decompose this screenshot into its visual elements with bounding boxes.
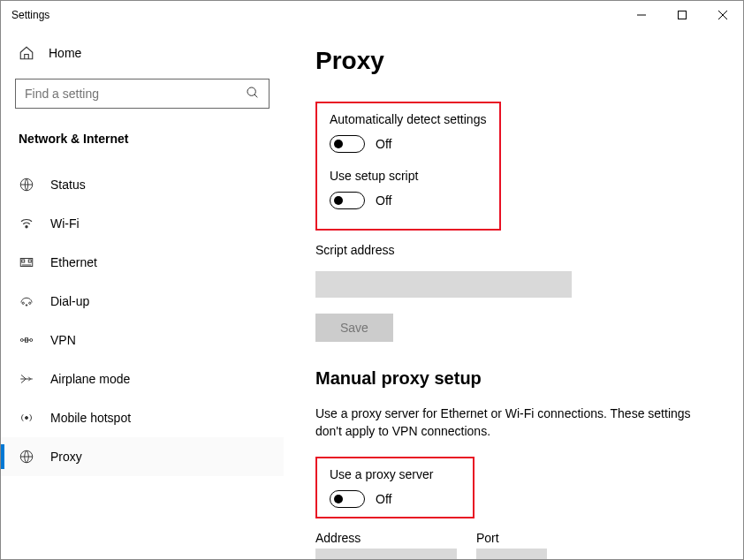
- status-icon: [19, 177, 34, 193]
- script-address-label: Script address: [315, 243, 718, 257]
- home-link[interactable]: Home: [1, 36, 284, 70]
- svg-rect-10: [28, 260, 31, 262]
- script-address-block: Script address: [315, 243, 718, 298]
- port-label: Port: [476, 531, 547, 545]
- manual-description: Use a proxy server for Ethernet or Wi-Fi…: [315, 405, 695, 441]
- svg-point-4: [247, 87, 255, 95]
- svg-point-7: [26, 226, 27, 228]
- proxy-icon: [19, 449, 34, 465]
- svg-rect-9: [22, 260, 25, 262]
- titlebar: Settings: [1, 1, 743, 29]
- page-title: Proxy: [315, 47, 718, 75]
- svg-point-13: [29, 302, 31, 304]
- svg-point-12: [22, 302, 24, 304]
- use-proxy-toggle[interactable]: [330, 490, 365, 508]
- maximize-icon: [678, 11, 687, 19]
- script-address-input[interactable]: [315, 271, 572, 298]
- body: Home Network & Internet Status: [1, 29, 743, 559]
- search-input[interactable]: [25, 87, 219, 101]
- sidebar-item-airplane[interactable]: Airplane mode: [1, 359, 284, 398]
- sidebar-item-label: Mobile hotspot: [50, 411, 131, 425]
- address-input[interactable]: [315, 549, 457, 559]
- auto-detect-label: Automatically detect settings: [330, 112, 487, 126]
- use-proxy-state: Off: [376, 492, 391, 506]
- save-button[interactable]: Save: [315, 314, 393, 342]
- home-icon: [19, 45, 34, 61]
- svg-point-14: [26, 305, 27, 306]
- sidebar-item-label: Proxy: [50, 450, 82, 464]
- search-box[interactable]: [15, 79, 270, 109]
- sidebar-item-wifi[interactable]: Wi-Fi: [1, 204, 284, 243]
- sidebar-item-proxy[interactable]: Proxy: [1, 437, 284, 476]
- manual-heading: Manual proxy setup: [315, 368, 718, 389]
- dialup-icon: [19, 293, 34, 309]
- sidebar-item-label: Dial-up: [50, 294, 89, 308]
- airplane-icon: [19, 371, 34, 387]
- sidebar-item-vpn[interactable]: VPN: [1, 321, 284, 359]
- svg-point-15: [20, 339, 23, 342]
- sidebar-item-ethernet[interactable]: Ethernet: [1, 243, 284, 282]
- sidebar-item-dialup[interactable]: Dial-up: [1, 282, 284, 321]
- auto-proxy-highlight: Automatically detect settings Off Use se…: [315, 102, 501, 231]
- settings-window: Settings Home: [0, 0, 744, 560]
- address-label: Address: [315, 531, 457, 545]
- content-area: Proxy Automatically detect settings Off …: [284, 29, 743, 559]
- minimize-button[interactable]: [621, 1, 662, 29]
- sidebar-item-label: Airplane mode: [50, 372, 130, 386]
- sidebar-item-status[interactable]: Status: [1, 165, 284, 204]
- sidebar-item-label: Wi-Fi: [50, 216, 80, 231]
- port-input[interactable]: [476, 549, 547, 559]
- home-label: Home: [49, 46, 81, 60]
- use-script-label: Use setup script: [330, 169, 487, 183]
- sidebar: Home Network & Internet Status: [1, 29, 284, 559]
- use-script-toggle[interactable]: [330, 192, 365, 209]
- hotspot-icon: [19, 410, 34, 426]
- manual-proxy-highlight: Use a proxy server Off: [315, 457, 474, 518]
- svg-rect-1: [679, 11, 687, 19]
- maximize-button[interactable]: [662, 1, 702, 29]
- close-icon: [718, 11, 727, 19]
- use-proxy-label: Use a proxy server: [330, 467, 460, 481]
- sidebar-item-hotspot[interactable]: Mobile hotspot: [1, 398, 284, 437]
- auto-detect-toggle[interactable]: [330, 135, 365, 153]
- minimize-icon: [637, 11, 646, 19]
- window-controls: [621, 1, 743, 29]
- use-script-state: Off: [376, 193, 391, 208]
- svg-point-16: [30, 339, 33, 342]
- category-heading: Network & Internet: [1, 123, 284, 155]
- wifi-icon: [19, 216, 34, 231]
- ethernet-icon: [19, 254, 34, 270]
- sidebar-item-label: Ethernet: [50, 255, 97, 269]
- nav-list: Status Wi-Fi Ethernet: [1, 165, 284, 476]
- sidebar-item-label: VPN: [50, 333, 76, 347]
- sidebar-item-label: Status: [50, 178, 86, 192]
- auto-detect-state: Off: [376, 137, 391, 151]
- svg-line-5: [254, 95, 257, 97]
- close-button[interactable]: [702, 1, 743, 29]
- address-port-row: Address Port: [315, 531, 718, 559]
- window-title: Settings: [11, 9, 49, 21]
- vpn-icon: [19, 332, 34, 348]
- search-icon: [246, 86, 260, 102]
- svg-point-19: [26, 417, 28, 420]
